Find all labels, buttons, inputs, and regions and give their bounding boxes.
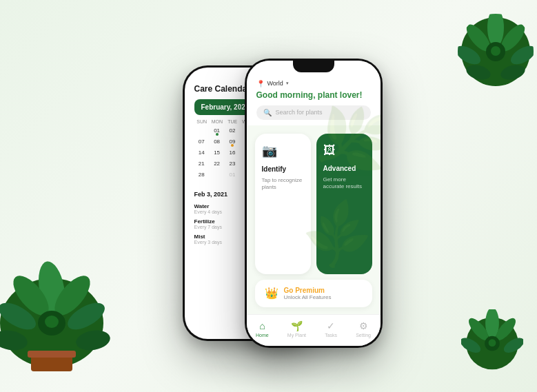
day-tue: TUE <box>225 119 240 124</box>
plant-decoration-left <box>0 234 110 371</box>
identify-desc: Tap to recognize plants <box>262 177 304 192</box>
main-screen: 🌿 🌿 📍 World ▾ Good morning, plant lover!… <box>247 61 381 346</box>
nav-home[interactable]: ⌂ Home <box>256 320 269 338</box>
day-mon: MON <box>210 119 225 124</box>
svg-point-29 <box>489 339 496 347</box>
advanced-card[interactable]: 🖼 Advanced Get more accurate results <box>316 134 372 274</box>
nav-tasks[interactable]: ✓ Tasks <box>325 320 337 338</box>
location-dropdown-icon[interactable]: ▾ <box>286 81 289 86</box>
location-text: World <box>267 80 283 87</box>
camera-icon: 📷 <box>262 143 304 158</box>
plant-decoration-top-right <box>458 14 534 90</box>
search-bar[interactable]: 🔍 Search for plants <box>256 105 371 120</box>
nav-settings[interactable]: ⚙ Setting <box>356 320 371 338</box>
identify-title: Identify <box>262 165 304 173</box>
greeting-text: Good morning, plant lover! <box>256 90 371 100</box>
bottom-navigation: ⌂ Home 🌱 My Plant ✓ Tasks ⚙ Setting <box>247 314 381 346</box>
location-row: 📍 World ▾ <box>256 80 371 87</box>
cal-day-09[interactable]: 09 <box>225 136 239 147</box>
crown-icon: 👑 <box>265 287 278 300</box>
cal-day-21[interactable]: 21 <box>194 158 209 169</box>
phone-front: 🌿 🌿 📍 World ▾ Good morning, plant lover!… <box>245 59 383 348</box>
search-icon: 🔍 <box>263 109 272 116</box>
gallery-icon: 🖼 <box>323 143 365 158</box>
nav-settings-label: Setting <box>356 333 371 338</box>
phones-container: ▌▌▌ ∿ ▮ Care Calendar February, 2021 › S… <box>169 59 369 348</box>
nav-home-label: Home <box>256 333 269 338</box>
plant-decoration-bottom-right <box>461 309 530 378</box>
cal-next-01[interactable]: 01 <box>225 169 239 180</box>
month-label: February, 2021 <box>201 103 250 111</box>
svg-point-9 <box>45 316 59 328</box>
cal-day-02[interactable]: 02 <box>225 125 239 136</box>
tasks-icon: ✓ <box>327 320 335 331</box>
cal-day-22[interactable]: 22 <box>210 158 224 169</box>
nav-my-plant[interactable]: 🌱 My Plant <box>287 320 306 338</box>
cal-day-14[interactable]: 14 <box>194 147 209 158</box>
plant-icon: 🌱 <box>291 320 303 331</box>
nav-plant-label: My Plant <box>287 333 306 338</box>
location-pin-icon: 📍 <box>256 80 265 87</box>
svg-point-21 <box>491 46 500 56</box>
settings-icon: ⚙ <box>359 320 368 331</box>
search-placeholder: Search for plants <box>276 109 364 116</box>
svg-rect-11 <box>28 351 76 358</box>
identify-card[interactable]: 📷 Identify Tap to recognize plants <box>255 134 311 274</box>
premium-banner[interactable]: 👑 Go Premium Unlock All Features <box>255 280 372 307</box>
advanced-desc: Get more accurate results <box>323 176 365 191</box>
front-phone-screen: 🌿 🌿 📍 World ▾ Good morning, plant lover!… <box>247 61 381 346</box>
premium-title: Go Premium <box>284 287 332 294</box>
feature-cards-area: 📷 Identify Tap to recognize plants 🖼 Adv… <box>247 125 381 280</box>
cal-day-23[interactable]: 23 <box>225 158 239 169</box>
phone-notch <box>293 59 334 72</box>
home-icon: ⌂ <box>259 320 265 331</box>
nav-tasks-label: Tasks <box>325 333 337 338</box>
cal-day-28[interactable]: 28 <box>194 169 209 180</box>
cal-day-08[interactable]: 08 <box>210 136 224 147</box>
premium-subtitle: Unlock All Features <box>284 294 332 300</box>
cal-empty2 <box>210 169 224 180</box>
cal-day-07[interactable]: 07 <box>194 136 209 147</box>
premium-text: Go Premium Unlock All Features <box>284 287 332 300</box>
day-sun: SUN <box>194 119 210 124</box>
cal-day-15[interactable]: 15 <box>210 147 224 158</box>
advanced-title: Advanced <box>323 165 365 172</box>
cal-day-01[interactable]: 01 <box>210 125 224 136</box>
cal-empty <box>194 125 209 136</box>
cal-day-16[interactable]: 16 <box>225 147 239 158</box>
